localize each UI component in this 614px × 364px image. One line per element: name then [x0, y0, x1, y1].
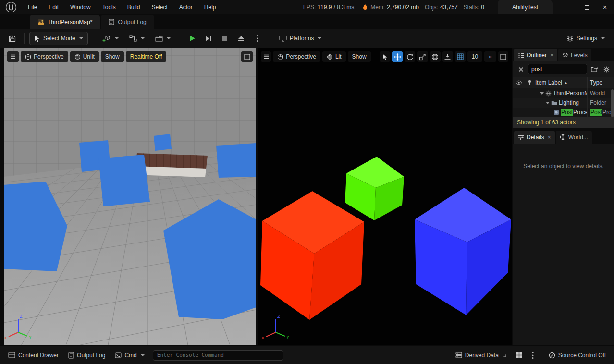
status-options-kebab[interactable]: [528, 349, 538, 362]
realtime-off-badge[interactable]: Realtime Off: [126, 51, 166, 62]
chevron-double-icon: »: [489, 53, 492, 60]
viewport-right-scene[interactable]: Z x Y: [258, 48, 512, 345]
hamburger-icon: [10, 54, 16, 59]
outliner-row-postprocess[interactable]: PostProcessVolume PostProcessVolume: [513, 108, 614, 117]
output-log-icon: [68, 352, 74, 359]
viewport-left[interactable]: Z x Y Perspective Unlit Show Realtime Of…: [4, 48, 256, 345]
type-column-header[interactable]: Type: [587, 77, 614, 88]
derived-data-icon: [455, 352, 462, 358]
maximize-viewport-button[interactable]: [498, 51, 508, 62]
content-drawer-button[interactable]: Content Drawer: [4, 349, 63, 362]
select-tool-button[interactable]: [380, 51, 390, 62]
show-dropdown[interactable]: Show: [101, 51, 124, 62]
scale-tool-button[interactable]: [417, 51, 428, 62]
cursor-icon: [34, 35, 40, 42]
outliner-tree: Item Label ▲ Type ThirdPersonMap World: [513, 77, 614, 117]
menu-tools[interactable]: Tools: [97, 0, 122, 14]
menu-file[interactable]: File: [22, 0, 43, 14]
view-mode-dropdown[interactable]: Lit: [322, 51, 346, 62]
maximize-viewport-button[interactable]: [241, 51, 253, 62]
tab-outliner[interactable]: Outliner ×: [514, 49, 557, 61]
viewport-right[interactable]: Z x Y Perspective Lit Show: [258, 48, 512, 345]
insights-button[interactable]: [512, 349, 527, 362]
visibility-column-header[interactable]: [513, 80, 525, 85]
stop-button[interactable]: [218, 32, 232, 45]
source-control-button[interactable]: Source Control Off: [544, 349, 610, 362]
play-button[interactable]: [185, 32, 199, 45]
expand-arrow-icon[interactable]: [540, 92, 544, 95]
close-button[interactable]: ×: [596, 0, 614, 14]
viewport-menu-button[interactable]: [261, 51, 271, 62]
outliner-row-lighting[interactable]: Lighting Folder: [513, 98, 614, 108]
world-local-toggle-button[interactable]: [430, 51, 441, 62]
svg-text:Z: Z: [20, 314, 23, 319]
expand-arrow-icon[interactable]: [546, 102, 550, 104]
show-dropdown[interactable]: Show: [348, 51, 371, 62]
chevron-down-icon: [115, 37, 119, 39]
select-mode-dropdown[interactable]: Select Mode: [29, 32, 88, 45]
frame-time: / 8.3 ms: [333, 4, 354, 11]
source-control-label: Source Control Off: [558, 352, 606, 359]
gear-icon: [566, 35, 574, 42]
menu-actor[interactable]: Actor: [173, 0, 198, 14]
waffle-grid-icon: [516, 352, 522, 358]
tab-world-settings[interactable]: World...: [556, 131, 592, 144]
clear-search-button[interactable]: [516, 64, 526, 74]
derived-data-button[interactable]: Derived Data: [451, 349, 511, 362]
menu-window[interactable]: Window: [64, 0, 97, 14]
minimize-button[interactable]: –: [559, 0, 577, 14]
tab-thirdpersonmap[interactable]: ThirdPersonMap*: [30, 15, 100, 29]
rotate-tool-button[interactable]: [405, 51, 415, 62]
kebab-icon: [532, 352, 534, 359]
grid-snapping-button[interactable]: [455, 51, 466, 62]
performance-stats: FPS: 119.9 / 8.3 ms Mem: 2,790.02 mb Obj…: [303, 4, 484, 11]
menu-select[interactable]: Select: [146, 0, 173, 14]
viewport-left-scene[interactable]: Z x Y: [4, 48, 256, 345]
viewport-menu-button[interactable]: [7, 51, 19, 62]
tab-label: Outliner: [527, 52, 547, 59]
blueprints-dropdown[interactable]: [125, 32, 149, 45]
play-options-kebab[interactable]: [250, 32, 265, 45]
outliner-search-input[interactable]: [528, 64, 587, 74]
surface-snapping-button[interactable]: [442, 51, 453, 62]
console-command-input[interactable]: [153, 350, 283, 361]
outliner-row-world[interactable]: ThirdPersonMap World: [513, 88, 614, 98]
close-icon[interactable]: ×: [548, 134, 551, 141]
save-button[interactable]: [5, 32, 19, 45]
platforms-dropdown[interactable]: Platforms: [275, 32, 326, 45]
item-label-column-header[interactable]: Item Label ▲: [534, 79, 587, 86]
row-type: World: [587, 88, 614, 98]
perspective-dropdown[interactable]: Perspective: [21, 51, 68, 62]
toolbar-overflow-button[interactable]: »: [484, 51, 496, 62]
outliner-scrollbar[interactable]: [611, 89, 614, 117]
output-log-button[interactable]: Output Log: [64, 349, 110, 362]
outliner-settings-button[interactable]: [602, 64, 611, 74]
menu-edit[interactable]: Edit: [43, 0, 64, 14]
cmd-dropdown[interactable]: Cmd: [111, 349, 148, 362]
unreal-logo-icon[interactable]: [0, 0, 22, 14]
grid-snap-value-dropdown[interactable]: 10: [467, 51, 482, 62]
tab-output-log[interactable]: Output Log: [101, 15, 154, 29]
content-drawer-icon: [8, 352, 15, 358]
maximize-icon: [244, 54, 250, 60]
tab-label: Levels: [571, 52, 588, 59]
create-folder-button[interactable]: [589, 64, 599, 74]
stalls-label: Stalls:: [464, 4, 479, 11]
close-icon[interactable]: ×: [550, 52, 553, 59]
menu-build[interactable]: Build: [122, 0, 146, 14]
menu-help[interactable]: Help: [198, 0, 222, 14]
eject-button[interactable]: [234, 32, 248, 45]
add-actor-dropdown[interactable]: [98, 32, 123, 45]
world-icon: [545, 90, 552, 97]
pin-column-header[interactable]: [525, 80, 534, 85]
move-tool-button[interactable]: [392, 51, 403, 62]
view-mode-dropdown[interactable]: Unlit: [70, 51, 99, 62]
tab-levels[interactable]: Levels: [558, 49, 591, 61]
settings-dropdown[interactable]: Settings: [562, 32, 609, 45]
perspective-dropdown[interactable]: Perspective: [273, 51, 320, 62]
details-icon: [518, 134, 524, 140]
maximize-button[interactable]: [577, 0, 596, 14]
tab-details[interactable]: Details ×: [514, 131, 555, 144]
cinematics-dropdown[interactable]: [151, 32, 175, 45]
frame-skip-button[interactable]: [201, 32, 216, 45]
